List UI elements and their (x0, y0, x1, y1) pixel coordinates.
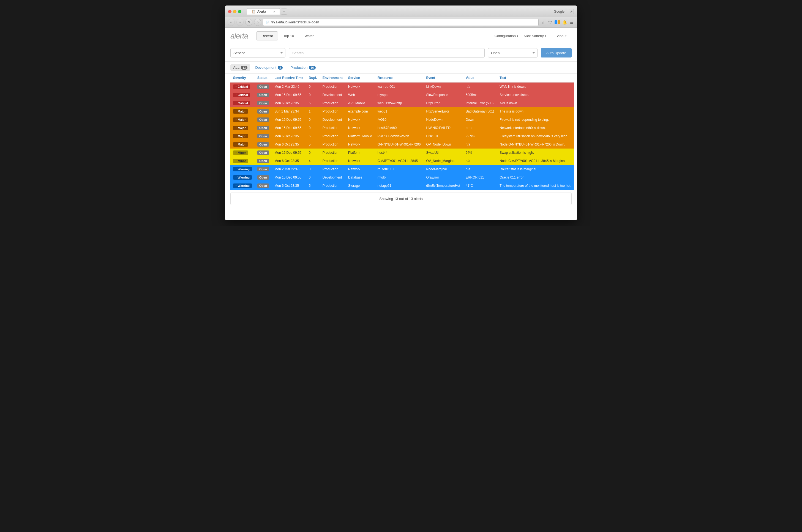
cell-resource: netapp51 (375, 182, 424, 190)
status-badge: Open (257, 84, 269, 89)
severity-label: Major (238, 134, 246, 138)
col-event[interactable]: Event (423, 74, 463, 82)
col-severity[interactable]: Severity (230, 74, 255, 82)
cell-event: SwapUtil (423, 149, 463, 157)
table-row[interactable]: ↑ Major Open Mon 15 Dec 09:55 0 Producti… (230, 124, 574, 132)
environment-tabs: ALL 13 Development 3 Production 10 (225, 62, 577, 74)
cell-time: Mon 15 Dec 09:55 (272, 116, 306, 124)
cell-time: Mon 6 Oct 23:35 (272, 140, 306, 149)
app-nav: Recent Top 10 Watch (256, 31, 495, 40)
cell-status: Open (255, 116, 272, 124)
nav-top10[interactable]: Top 10 (278, 31, 299, 40)
env-tab-production[interactable]: Production 10 (287, 64, 318, 71)
col-environment[interactable]: Environment (320, 74, 346, 82)
browser-toolbar: ← → ↻ ⌂ 📄 try.alerta.io/#/alerts?status=… (225, 17, 577, 28)
cell-event: OraError (423, 173, 463, 182)
app-header: alerta Recent Top 10 Watch Configuration… (225, 28, 577, 44)
cell-environment: Production (320, 132, 346, 140)
bookmark-icon[interactable]: ☆ (540, 20, 546, 25)
cell-text: WAN link is down. (497, 82, 574, 91)
env-tab-all[interactable]: ALL 13 (230, 64, 250, 71)
severity-label: Critical (238, 101, 248, 105)
cell-service: Network (346, 165, 375, 173)
col-resource[interactable]: Resource (375, 74, 424, 82)
extensions-icon[interactable] (555, 20, 560, 25)
cell-value: n/a (463, 82, 497, 91)
cell-status: Open (255, 82, 272, 91)
env-dev-count: 3 (278, 66, 283, 70)
table-row[interactable]: ↑ Minor Open Mon 6 Oct 23:35 4 Productio… (230, 157, 574, 165)
status-badge: Open (257, 101, 269, 106)
showing-count: Showing 13 out of 13 alerts (379, 197, 423, 201)
col-text[interactable]: Text (497, 74, 574, 82)
table-row[interactable]: ↑ Minor Open Mon 15 Dec 09:55 0 Producti… (230, 149, 574, 157)
cell-value: n/a (463, 140, 497, 149)
env-all-count: 13 (241, 66, 247, 70)
col-service[interactable]: Service (346, 74, 375, 82)
table-row[interactable]: ↑ Warning Open Mon 2 Mar 22:45 0 Product… (230, 165, 574, 173)
status-badge: Open (257, 93, 269, 97)
table-footer: Showing 13 out of 13 alerts (230, 193, 572, 205)
cell-text: Router status is marginal (497, 165, 574, 173)
cell-status: Open (255, 149, 272, 157)
table-row[interactable]: ↑ Critical Open Mon 2 Mar 23:46 0 Produc… (230, 82, 574, 91)
col-time[interactable]: Last Receive Time (272, 74, 306, 82)
status-badge: Open (257, 109, 269, 114)
about-link[interactable]: About (552, 31, 572, 40)
cell-severity: ↑ Warning (230, 165, 255, 173)
col-value[interactable]: Value (463, 74, 497, 82)
forward-button[interactable]: → (237, 19, 244, 26)
cell-text: The site is down. (497, 107, 574, 116)
cell-environment: Production (320, 107, 346, 116)
auto-update-button[interactable]: Auto Update (541, 48, 572, 57)
user-dropdown[interactable]: Nick Satterly (524, 34, 546, 38)
cell-event: HttpServerError (423, 107, 463, 116)
minimize-button[interactable] (233, 10, 237, 13)
menu-icon[interactable]: ☰ (569, 20, 574, 25)
col-status[interactable]: Status (255, 74, 272, 82)
new-tab-button[interactable]: + (281, 8, 287, 15)
home-button[interactable]: ⌂ (254, 19, 261, 26)
severity-label: Warning (238, 184, 250, 187)
cell-service: Network (346, 124, 375, 132)
table-row[interactable]: ↑ Major Open Mon 6 Oct 23:35 5 Productio… (230, 140, 574, 149)
tab-favicon: 📋 (251, 10, 256, 14)
configuration-dropdown[interactable]: Configuration (495, 34, 518, 38)
search-input[interactable] (289, 48, 485, 57)
cell-resource: G-NNYBUF01-WR01-H-7206 (375, 140, 424, 149)
back-button[interactable]: ← (228, 19, 235, 26)
cell-dupl: 0 (306, 149, 320, 157)
col-dupl[interactable]: Dupl. (306, 74, 320, 82)
severity-label: Warning (238, 176, 250, 179)
address-icon: 📄 (266, 21, 270, 24)
notifications-icon[interactable]: 🔔 (562, 20, 567, 25)
cell-value: ERROR 011 (463, 173, 497, 182)
status-filter[interactable]: Open Closed Expired Shelved Acknowledged (488, 48, 538, 57)
active-tab[interactable]: 📋 Alerta ✕ (247, 8, 280, 15)
service-filter[interactable]: Service (230, 48, 285, 57)
cell-service: Platform, Mobile (346, 132, 375, 140)
table-row[interactable]: ↑ Critical Open Mon 6 Oct 23:35 5 Produc… (230, 99, 574, 107)
env-tab-development[interactable]: Development 3 (253, 64, 285, 71)
cell-value: 41°C (463, 182, 497, 190)
shield-icon[interactable]: 🛡 (547, 20, 553, 25)
fullscreen-button[interactable]: ⤢ (569, 9, 574, 14)
table-row[interactable]: ↑ Critical Open Mon 15 Dec 09:55 0 Devel… (230, 91, 574, 99)
maximize-button[interactable] (238, 10, 241, 13)
cell-resource: host44 (375, 149, 424, 157)
nav-recent[interactable]: Recent (256, 31, 278, 40)
table-row[interactable]: ↑ Major Open Sun 1 Mar 23:34 1 Productio… (230, 107, 574, 116)
tab-close-icon[interactable]: ✕ (273, 10, 275, 13)
table-row[interactable]: ↑ Major Open Mon 15 Dec 09:55 0 Developm… (230, 116, 574, 124)
address-bar[interactable]: 📄 try.alerta.io/#/alerts?status=open (263, 19, 539, 26)
nav-watch[interactable]: Watch (299, 31, 319, 40)
cell-service: Network (346, 157, 375, 165)
close-button[interactable] (228, 10, 231, 13)
app-logo: alerta (230, 32, 248, 40)
table-row[interactable]: ↑ Major Open Mon 6 Oct 23:35 5 Productio… (230, 132, 574, 140)
table-row[interactable]: ↑ Warning Open Mon 15 Dec 09:55 0 Develo… (230, 173, 574, 182)
tab-title: Alerta (257, 10, 266, 14)
refresh-button[interactable]: ↻ (245, 19, 253, 26)
table-row[interactable]: ↑ Warning Open Mon 6 Oct 23:35 5 Product… (230, 182, 574, 190)
severity-arrow-icon: ↑ (235, 85, 237, 88)
